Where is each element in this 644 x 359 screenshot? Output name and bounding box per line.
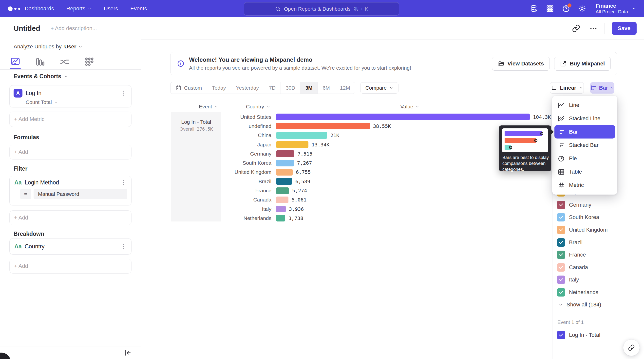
legend-item-united-kingdom[interactable]: United Kingdom [552,224,644,236]
metric-name[interactable]: Log In [26,90,42,97]
legend-checkbox[interactable] [557,238,565,247]
bar-segment[interactable] [276,197,288,203]
check-icon [559,265,564,270]
legend-item-netherlands[interactable]: Netherlands [552,286,644,299]
filter-operator-dropdown[interactable]: = [20,189,31,199]
legend-checkbox[interactable] [557,263,565,272]
report-type-tabs [0,54,141,69]
breakdown-card-country[interactable]: Aa Country [10,238,132,255]
legend-checkbox[interactable] [557,288,565,296]
breakdown-options-button[interactable] [120,243,127,250]
menu-item-pie[interactable]: Pie [554,152,615,165]
add-filter-button[interactable]: + Add [10,210,132,225]
tab-funnels[interactable] [35,57,45,67]
tab-retention[interactable] [84,57,94,67]
bar-segment[interactable] [276,169,293,176]
date-range-custom[interactable]: Custom [170,82,207,94]
legend-checkbox[interactable] [557,226,565,234]
report-title[interactable]: Untitled [14,25,40,33]
project-switcher[interactable]: Finance All Project Data [596,3,636,15]
bar-segment[interactable] [276,206,286,212]
scale-label: Linear [560,85,576,91]
legend-checkbox[interactable] [557,251,565,259]
show-all-toggle[interactable]: Show all (184) [552,298,644,311]
nav-item-dashboards[interactable]: Dashboards [25,6,54,12]
settings-gear-icon[interactable] [578,5,586,13]
date-range-today[interactable]: Today [207,82,231,94]
view-datasets-button[interactable]: View Datasets [492,57,550,71]
bar-segment[interactable] [276,187,289,194]
date-range-30d[interactable]: 30D [280,82,300,94]
legend-checkbox[interactable] [557,213,565,221]
analyze-entity-dropdown[interactable]: User [64,44,83,50]
buy-mixpanel-button[interactable]: Buy Mixpanel [554,57,611,71]
legend-checkbox[interactable] [557,201,565,209]
chart-type-dropdown[interactable]: Bar [590,82,614,94]
tab-flows[interactable] [60,57,70,67]
date-range-6m[interactable]: 6M [318,82,335,94]
menu-item-bar[interactable]: Bar [554,125,615,139]
legend-item-italy[interactable]: Italy [552,274,644,286]
menu-item-line[interactable]: Line [554,99,615,112]
column-header-country[interactable]: Country [246,104,270,110]
check-icon [559,215,564,220]
collapse-sidebar-button[interactable] [124,349,132,357]
bar-segment[interactable] [276,141,308,148]
copy-link-button[interactable] [572,24,580,33]
filter-card-login-method[interactable]: Aa Login Method = Manual Password [10,176,132,205]
search-input[interactable]: Open Reports & Dashboards ⌘ + K [244,2,399,16]
aggregation-dropdown[interactable]: Count Total [10,98,131,105]
filter-property-name[interactable]: Login Method [25,179,59,186]
share-link-button[interactable] [623,339,640,356]
bar-segment[interactable] [276,150,294,157]
compare-button[interactable]: Compare [360,82,398,94]
add-metric-label: + Add Metric [14,116,44,123]
add-metric-button[interactable]: + Add Metric [10,112,132,127]
filter-value-field[interactable]: Manual Password [34,189,127,199]
nav-item-reports[interactable]: Reports [66,6,92,12]
legend-item-south-korea[interactable]: South Korea [552,211,644,224]
bar-segment[interactable] [276,132,327,139]
menu-item-table[interactable]: Table [554,165,615,179]
add-breakdown-button[interactable]: + Add [10,259,132,274]
tab-insights[interactable] [10,57,20,67]
date-range-12m[interactable]: 12M [335,82,355,94]
menu-item-metric[interactable]: Metric [554,179,615,192]
mixpanel-logo-icon[interactable] [8,7,20,11]
apps-grid-icon[interactable] [546,5,554,13]
menu-item-stacked-bar[interactable]: Stacked Bar [554,139,615,152]
filter-options-button[interactable] [120,179,127,186]
events-cohorts-header[interactable]: Events & Cohorts [14,73,68,80]
legend-item-germany[interactable]: Germany [552,199,644,211]
metric-options-button[interactable] [120,89,127,97]
column-header-value[interactable]: Value [400,104,419,110]
legend-checkbox[interactable] [557,331,565,339]
bar-segment[interactable] [276,215,285,221]
save-button[interactable]: Save [612,22,636,35]
help-icon[interactable] [562,5,570,13]
bar-segment[interactable] [276,114,530,120]
legend-item-label: Netherlands [569,289,598,295]
data-sources-icon[interactable] [530,5,538,13]
date-range-3m[interactable]: 3M [300,82,317,94]
nav-item-users[interactable]: Users [104,6,118,12]
add-formula-button[interactable]: + Add [10,145,132,160]
add-description-field[interactable]: + Add description... [50,25,97,32]
nav-item-events[interactable]: Events [130,6,147,12]
date-range-yesterday[interactable]: Yesterday [231,82,264,94]
date-range-7d[interactable]: 7D [264,82,280,94]
bar-segment[interactable] [276,160,294,166]
metric-card-log-in[interactable]: A Log In Count Total [10,85,132,107]
bar-segment[interactable] [276,178,292,185]
legend-item-canada[interactable]: Canada [552,261,644,274]
legend-checkbox[interactable] [557,275,565,284]
legend-item-france[interactable]: France [552,249,644,261]
legend-item-brazil[interactable]: Brazil [552,236,644,249]
bar-segment[interactable] [276,123,370,129]
breakdown-property-name[interactable]: Country [25,243,45,250]
column-header-event[interactable]: Event [199,104,218,110]
scale-dropdown[interactable]: Linear [550,82,584,94]
more-options-button[interactable] [589,24,598,33]
chevron-down-icon [88,7,92,11]
menu-item-stacked-line[interactable]: Stacked Line [554,112,615,125]
